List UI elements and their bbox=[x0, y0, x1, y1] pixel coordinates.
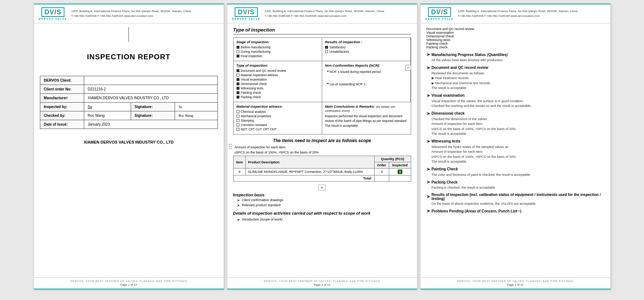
report-title: INSPECTION REPORT bbox=[40, 53, 218, 61]
amount-detail: ≤5PCS on the basis of 100%, >5PCS on the… bbox=[233, 151, 411, 154]
stage-final-label: Final inspection bbox=[241, 54, 263, 58]
p3-witnessing: ➤ Witnessing tests Witnessed the hydro t… bbox=[427, 139, 604, 164]
results-unsat-check bbox=[325, 50, 328, 53]
item-num: 9 bbox=[233, 168, 246, 175]
check-pack: Packing check bbox=[427, 45, 604, 49]
witness-title: Witnessing tests bbox=[432, 139, 461, 143]
arrow-icon: ➤ bbox=[427, 208, 430, 214]
logo-subtitle: DERVOS VALVE bbox=[232, 18, 261, 20]
page3-header: DV/S DERVOS VALVE 1205, Building A, Inte… bbox=[421, 4, 610, 23]
stage-during: During manufacturing bbox=[237, 50, 319, 53]
page-3: DV/S DERVOS VALVE 1205, Building A, Inte… bbox=[420, 4, 611, 289]
checked-by-value: Roc Wang bbox=[84, 111, 131, 120]
basis-title: Inspection basis bbox=[233, 193, 411, 197]
col-inspected: Inspected bbox=[389, 162, 411, 168]
intro-item: ➤ Introduction (scope of work) bbox=[237, 218, 411, 222]
date-value: January 2023 bbox=[84, 120, 217, 129]
mat-stamping: Stamping bbox=[237, 119, 319, 122]
mfg-title: Manufacturing Progress Status bbox=[432, 53, 486, 57]
type-dimensional: Dimensional check bbox=[237, 82, 319, 86]
type-witnessing: Witnessing tests bbox=[237, 86, 319, 90]
inspected-by-label: Inspected by: bbox=[40, 103, 84, 111]
doc-title: Document and QC record review bbox=[432, 66, 488, 70]
dim-title: Dimensional check bbox=[432, 111, 465, 115]
header-address: 1205, Building A, International Finance … bbox=[71, 9, 191, 19]
checked-signature-value: Roc Wang bbox=[175, 111, 217, 120]
p3-painting: ➤ Painting Check The color and thickness… bbox=[427, 167, 604, 178]
visual-title: Visual examination bbox=[432, 93, 465, 97]
doc-body: Reviewed the documents as follows; ▶ Hea… bbox=[427, 71, 604, 91]
page-number: Page 1 of 12 bbox=[38, 283, 219, 286]
p3-checklist: Document and QC record review Visual exa… bbox=[427, 27, 604, 49]
check-witness: Witnessing tests bbox=[427, 38, 604, 42]
arrow-icon: ➤ bbox=[427, 65, 430, 70]
items-table: Item Product Description Quantity (PCS) … bbox=[233, 156, 411, 182]
page3-content: Document and QC record review Visual exa… bbox=[421, 23, 610, 277]
drag-handle[interactable] bbox=[229, 144, 232, 149]
results-unsat-label: Unsatisfactory bbox=[330, 50, 349, 53]
manufacturer-row: Manufacturer: XIAMEN DERVOS VALVES INDUS… bbox=[40, 94, 217, 103]
page2-content: Type of inspection Stage of inspection: … bbox=[227, 23, 417, 277]
visual-body: Visual inspection of the valves, the sur… bbox=[427, 99, 604, 109]
arrow-icon: ➤ bbox=[237, 198, 240, 202]
paint-title: Painting Check bbox=[432, 167, 458, 171]
checked-signature-label: Signature: bbox=[131, 111, 175, 120]
material-cell: Material inspection witness: Chemical an… bbox=[234, 102, 322, 134]
header-address: 1205, Building A, International Finance … bbox=[265, 9, 384, 19]
inspected-row: Inspected by: Su Signature: Su bbox=[40, 103, 217, 111]
add-button-right[interactable]: + bbox=[405, 65, 411, 71]
ncr-title: Non Conformities Reports (NCR): bbox=[325, 63, 407, 67]
results-cell: Results of inspection : Satisfactory Uns… bbox=[322, 38, 411, 61]
client-value bbox=[84, 76, 217, 85]
mat-chemical: Chemical analysis bbox=[237, 110, 319, 114]
dim-body: Checked the dimensions of the valves . A… bbox=[427, 117, 604, 137]
page1-content: INSPECTION REPORT DERVOS Client: Client … bbox=[34, 23, 224, 277]
footer-tagline: DERVOS, YOUR BEST PARTNER OF VALVES, FLA… bbox=[38, 280, 219, 282]
date-row: Date of issue: January 2023 bbox=[40, 120, 217, 129]
signature-value: Su bbox=[175, 103, 217, 111]
p3-visual: ➤ Visual examination Visual inspection o… bbox=[427, 93, 604, 109]
results-title: Results of inspection : bbox=[325, 40, 407, 44]
arrow-icon: ➤ bbox=[427, 139, 430, 144]
logo: DV/S DERVOS VALVE bbox=[425, 7, 454, 20]
order-row: Client order No: D221216-2 bbox=[40, 85, 217, 94]
p3-results: ➤ Results of Inspection (incl. calibrati… bbox=[427, 193, 604, 207]
check-doc: Document and QC record review bbox=[427, 27, 604, 31]
ncr-issued: • NCR' s issued during reported period : bbox=[325, 69, 407, 74]
mfg-body: All the valves have been finished with p… bbox=[427, 58, 604, 63]
address-line2: T:+86-592-5185336 F:+86-592-5185335 www.… bbox=[71, 14, 191, 19]
total-row: Total: bbox=[233, 175, 411, 182]
page3-footer: DERVOS, YOUR BEST PARTNER OF VALVES, FLA… bbox=[421, 277, 610, 289]
footer-tagline: DERVOS, YOUR BEST PARTNER OF VALVES, FLA… bbox=[232, 280, 413, 282]
logo-subtitle: DERVOS VALVE bbox=[425, 18, 454, 20]
col-item: Item bbox=[233, 156, 246, 168]
page2-header: DV/S DERVOS VALVE 1205, Building A, Inte… bbox=[227, 4, 417, 23]
checked-by-label: Checked by: bbox=[40, 111, 84, 120]
p3-problems: ➤ Problems Pending (Areas of Concern, Pu… bbox=[427, 208, 604, 214]
manufacturer-value: XIAMEN DERVOS VALVES INDUSTRY CO., LTD bbox=[84, 94, 217, 103]
details-title: Details of inspection activities carried… bbox=[233, 211, 411, 215]
arrow-icon: ➤ bbox=[427, 167, 430, 172]
items-title: The items need to inspect are as follows… bbox=[233, 138, 411, 143]
client-row: DERVOS Client: bbox=[40, 76, 217, 85]
add-row-button[interactable]: + bbox=[318, 185, 325, 190]
type-material: Material inspection witness bbox=[237, 73, 319, 77]
basis-item-1: ➤ Client confirmation drawings bbox=[237, 198, 411, 202]
page1-footer: DERVOS, YOUR BEST PARTNER OF VALVES, FLA… bbox=[34, 277, 224, 289]
type-painting: Painting check bbox=[237, 91, 319, 95]
mfg-title-italic: (Quantities) bbox=[487, 53, 508, 57]
item-inspected-qty: 3 bbox=[389, 168, 411, 175]
order-value: D221216-2 bbox=[84, 85, 217, 94]
stage-during-label: During manufacturing bbox=[241, 50, 271, 53]
basis-item-2: ➤ Relevant product standard bbox=[237, 203, 411, 207]
check-visual: Visual examination bbox=[427, 31, 604, 34]
mat-corrosion: Corrosion resistant bbox=[237, 123, 319, 127]
paint-body: The color and thickness of paint is chec… bbox=[427, 173, 604, 178]
logo-text: DV/S bbox=[428, 7, 451, 17]
mat-mechanical: Mechanical properties bbox=[237, 114, 319, 118]
date-label: Date of issue: bbox=[40, 120, 84, 129]
address-line1: 1205, Building A, International Finance … bbox=[265, 9, 384, 14]
address-line2: T:+86-592-5185336 F:+86-592-5185335 www.… bbox=[265, 14, 384, 19]
type-packing: Packing check bbox=[237, 95, 319, 99]
header-address: 1205, Building A, International Finance … bbox=[458, 9, 578, 19]
